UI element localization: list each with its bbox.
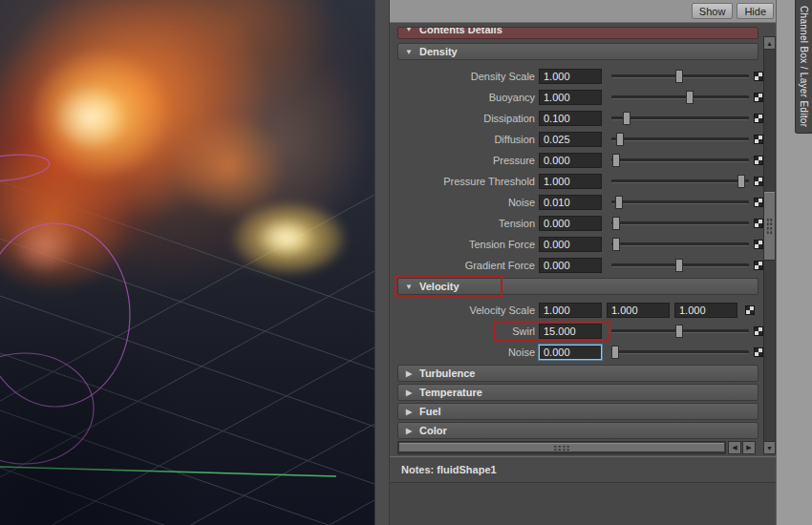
h-scrollbar-track[interactable] xyxy=(397,441,726,454)
attribute-value-field[interactable] xyxy=(539,153,602,168)
velocity-noise-slider-handle[interactable] xyxy=(611,346,619,359)
scroll-left-icon: ◀ xyxy=(732,444,737,452)
velocity-scale-z-field[interactable] xyxy=(674,303,737,318)
attribute-slider-track[interactable] xyxy=(611,179,749,183)
attribute-slider-track[interactable] xyxy=(611,137,749,141)
attribute-value-field[interactable] xyxy=(539,111,602,126)
attribute-value-field[interactable] xyxy=(539,174,602,189)
attribute-slider-handle[interactable] xyxy=(737,175,745,188)
velocity-noise-row: Noise xyxy=(390,342,763,363)
v-scrollbar-thumb[interactable] xyxy=(764,192,775,261)
attribute-label: Pressure Threshold xyxy=(394,171,535,192)
attributes-scroll-area: ▼ Contents Details ▼ Density Density Sca… xyxy=(390,23,763,456)
expand-arrow-icon: ▶ xyxy=(404,388,414,397)
attribute-slider-handle[interactable] xyxy=(675,259,683,272)
attribute-slider-handle[interactable] xyxy=(612,238,620,251)
attribute-slider-track[interactable] xyxy=(611,158,749,162)
collapsed-section-header[interactable]: ▶ Color xyxy=(397,422,759,439)
section-header-density[interactable]: ▼ Density xyxy=(397,43,759,60)
attribute-row: Density Scale xyxy=(390,66,763,87)
attribute-value-field[interactable] xyxy=(539,237,602,252)
attribute-slider-handle[interactable] xyxy=(612,154,620,167)
section-header-contents-details[interactable]: ▼ Contents Details xyxy=(397,27,759,39)
swirl-slider-track[interactable] xyxy=(611,329,749,333)
attribute-value-field[interactable] xyxy=(539,69,602,84)
velocity-noise-label: Noise xyxy=(394,342,535,363)
attribute-label: Tension xyxy=(394,213,535,234)
show-button[interactable]: Show xyxy=(692,3,734,19)
attribute-row: Pressure Threshold xyxy=(390,171,763,192)
attribute-slider-track[interactable] xyxy=(611,242,749,246)
attribute-slider-handle[interactable] xyxy=(615,196,623,209)
viewport-vignette xyxy=(0,0,374,525)
texture-map-button[interactable] xyxy=(754,135,763,144)
attribute-label: Pressure xyxy=(394,150,535,171)
section-title: Velocity xyxy=(419,281,459,292)
texture-map-button[interactable] xyxy=(754,326,763,336)
scroll-up-icon: ▲ xyxy=(766,40,773,47)
attribute-slider-track[interactable] xyxy=(611,200,749,204)
collapsed-sections: ▶ Turbulence ▶ Temperature ▶ Fuel ▶ Colo… xyxy=(397,365,759,441)
swirl-field[interactable] xyxy=(539,324,602,339)
section-header-velocity[interactable]: ▼ Velocity xyxy=(397,278,759,295)
attribute-label: Noise xyxy=(394,192,535,213)
attribute-value-field[interactable] xyxy=(539,90,602,105)
texture-map-button[interactable] xyxy=(754,240,763,249)
attribute-slider-handle[interactable] xyxy=(675,70,683,83)
velocity-scale-label: Velocity Scale xyxy=(394,300,535,321)
texture-map-button[interactable] xyxy=(754,347,763,357)
texture-map-button[interactable] xyxy=(754,156,763,165)
texture-map-button[interactable] xyxy=(754,72,763,81)
attribute-slider-track[interactable] xyxy=(611,116,749,120)
collapsed-section-header[interactable]: ▶ Fuel xyxy=(397,403,759,420)
attribute-value-field[interactable] xyxy=(539,132,602,147)
attribute-slider-track[interactable] xyxy=(611,263,749,267)
attribute-label: Density Scale xyxy=(394,66,535,87)
attribute-slider-handle[interactable] xyxy=(623,112,630,125)
scroll-right-icon: ▶ xyxy=(746,444,751,452)
collapsed-section-header[interactable]: ▶ Temperature xyxy=(397,384,759,401)
scroll-left-button[interactable]: ◀ xyxy=(728,441,741,454)
scroll-down-button[interactable]: ▼ xyxy=(764,441,775,453)
attribute-slider-track[interactable] xyxy=(611,95,749,99)
texture-map-button[interactable] xyxy=(754,93,763,102)
horizontal-scrollbar: ◀ ▶ xyxy=(397,441,756,454)
attribute-slider-handle[interactable] xyxy=(686,91,694,104)
attribute-value-field[interactable] xyxy=(539,195,602,210)
panel-divider[interactable] xyxy=(374,0,390,525)
velocity-scale-y-field[interactable] xyxy=(607,303,670,318)
attribute-row: Tension xyxy=(390,213,763,234)
attribute-row: Buoyancy xyxy=(390,87,763,108)
velocity-scale-x-field[interactable] xyxy=(539,303,602,318)
attribute-slider-handle[interactable] xyxy=(612,217,620,230)
attribute-row: Dissipation xyxy=(390,108,763,129)
collapsed-section-header[interactable]: ▶ Turbulence xyxy=(397,365,759,382)
hide-button[interactable]: Hide xyxy=(737,3,774,19)
attribute-slider-track[interactable] xyxy=(611,74,749,78)
channel-box-layer-editor-tab[interactable]: Channel Box / Layer Editor xyxy=(795,0,812,134)
attribute-row: Diffusion xyxy=(390,129,763,150)
texture-map-button[interactable] xyxy=(754,177,763,186)
section-title: Contents Details xyxy=(419,27,502,35)
scrollbar-grip-icon xyxy=(766,218,773,235)
texture-map-button[interactable] xyxy=(754,198,763,207)
attribute-row: Noise xyxy=(390,192,763,213)
attribute-slider-handle[interactable] xyxy=(616,133,624,146)
swirl-slider-handle[interactable] xyxy=(675,325,683,338)
texture-map-button[interactable] xyxy=(745,305,755,315)
scroll-up-button[interactable]: ▲ xyxy=(764,37,775,50)
velocity-noise-field[interactable] xyxy=(539,345,602,360)
notes-text-area[interactable] xyxy=(390,482,776,525)
scroll-right-button[interactable]: ▶ xyxy=(742,441,756,454)
texture-map-button[interactable] xyxy=(754,114,763,123)
velocity-noise-slider-track[interactable] xyxy=(611,350,749,354)
vertical-scrollbar[interactable]: ▲ ▼ xyxy=(763,36,776,454)
texture-map-button[interactable] xyxy=(754,261,763,270)
attribute-slider-track[interactable] xyxy=(611,221,749,225)
h-scrollbar-thumb[interactable] xyxy=(399,443,724,452)
texture-map-button[interactable] xyxy=(754,219,763,228)
viewport-3d[interactable] xyxy=(0,0,374,525)
expand-arrow-icon: ▶ xyxy=(404,427,414,435)
attribute-value-field[interactable] xyxy=(539,216,602,231)
attribute-value-field[interactable] xyxy=(539,258,602,273)
